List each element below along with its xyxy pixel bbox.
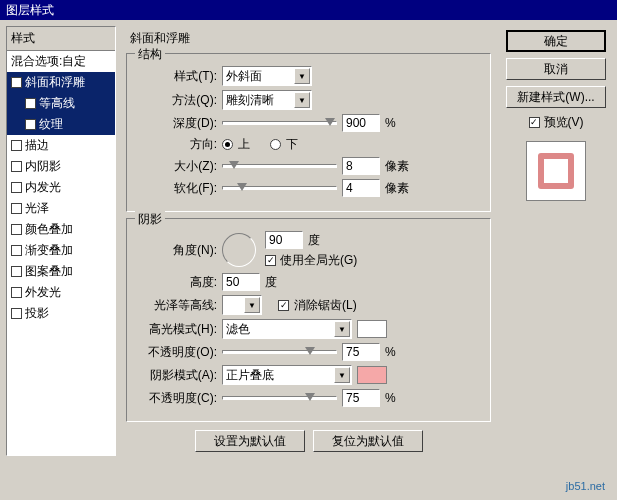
window-title: 图层样式 [6,2,54,19]
cancel-button[interactable]: 取消 [506,58,606,80]
shadow-color[interactable] [357,366,387,384]
style-checkbox[interactable]: ✓ [11,77,22,88]
style-item[interactable]: 光泽 [7,198,115,219]
shadow-opacity-slider[interactable] [222,396,337,400]
title-bar: 图层样式 [0,0,617,20]
style-item[interactable]: 内阴影 [7,156,115,177]
styles-panel: 样式 混合选项:自定 ✓斜面和浮雕等高线纹理描边内阴影内发光光泽颜色叠加渐变叠加… [6,26,116,456]
style-checkbox[interactable] [11,245,22,256]
style-checkbox[interactable] [25,119,36,130]
shading-group: 阴影 角度(N): 90度 ✓使用全局光(G) 高度: 50度 光泽等高线: ▼ [126,218,491,422]
style-checkbox[interactable] [25,98,36,109]
style-item[interactable]: 描边 [7,135,115,156]
dir-down-radio[interactable] [270,139,281,150]
technique-combo[interactable]: 雕刻清晰▼ [222,90,312,110]
style-checkbox[interactable] [11,266,22,277]
highlight-opacity-input[interactable]: 75 [342,343,380,361]
style-checkbox[interactable] [11,224,22,235]
blend-options[interactable]: 混合选项:自定 [7,51,115,72]
dir-up-radio[interactable] [222,139,233,150]
style-checkbox[interactable] [11,287,22,298]
style-item[interactable]: ✓斜面和浮雕 [7,72,115,93]
style-checkbox[interactable] [11,203,22,214]
shadow-mode-combo[interactable]: 正片叠底▼ [222,365,352,385]
style-checkbox[interactable] [11,140,22,151]
reset-default-button[interactable]: 复位为默认值 [313,430,423,452]
style-item[interactable]: 渐变叠加 [7,240,115,261]
angle-dial[interactable] [222,233,256,267]
right-panel: 确定 取消 新建样式(W)... ✓预览(V) [501,26,611,456]
preview-checkbox[interactable]: ✓ [529,117,540,128]
preview-thumbnail [526,141,586,201]
style-item[interactable]: 等高线 [7,93,115,114]
style-checkbox[interactable] [11,182,22,193]
ok-button[interactable]: 确定 [506,30,606,52]
depth-input[interactable]: 900 [342,114,380,132]
shadow-opacity-input[interactable]: 75 [342,389,380,407]
chevron-down-icon[interactable]: ▼ [244,297,260,313]
style-checkbox[interactable] [11,161,22,172]
watermark: jb51.net [566,480,605,492]
global-light-checkbox[interactable]: ✓ [265,255,276,266]
chevron-down-icon[interactable]: ▼ [334,367,350,383]
set-default-button[interactable]: 设置为默认值 [195,430,305,452]
style-item[interactable]: 颜色叠加 [7,219,115,240]
style-item[interactable]: 外发光 [7,282,115,303]
new-style-button[interactable]: 新建样式(W)... [506,86,606,108]
structure-group: 结构 样式(T): 外斜面▼ 方法(Q): 雕刻清晰▼ 深度(D): 900 %… [126,53,491,212]
chevron-down-icon[interactable]: ▼ [294,92,310,108]
style-combo[interactable]: 外斜面▼ [222,66,312,86]
highlight-color[interactable] [357,320,387,338]
style-item[interactable]: 图案叠加 [7,261,115,282]
size-slider[interactable] [222,164,337,168]
highlight-opacity-slider[interactable] [222,350,337,354]
section-title: 斜面和浮雕 [130,30,491,47]
altitude-input[interactable]: 50 [222,273,260,291]
soften-slider[interactable] [222,186,337,190]
style-item[interactable]: 内发光 [7,177,115,198]
gloss-contour[interactable]: ▼ [222,295,262,315]
style-item[interactable]: 投影 [7,303,115,324]
chevron-down-icon[interactable]: ▼ [294,68,310,84]
size-input[interactable]: 8 [342,157,380,175]
highlight-mode-combo[interactable]: 滤色▼ [222,319,352,339]
settings-panel: 斜面和浮雕 结构 样式(T): 外斜面▼ 方法(Q): 雕刻清晰▼ 深度(D):… [122,26,495,456]
style-checkbox[interactable] [11,308,22,319]
angle-input[interactable]: 90 [265,231,303,249]
soften-input[interactable]: 4 [342,179,380,197]
style-item[interactable]: 纹理 [7,114,115,135]
antialias-checkbox[interactable]: ✓ [278,300,289,311]
depth-slider[interactable] [222,121,337,125]
chevron-down-icon[interactable]: ▼ [334,321,350,337]
styles-head[interactable]: 样式 [7,27,115,51]
